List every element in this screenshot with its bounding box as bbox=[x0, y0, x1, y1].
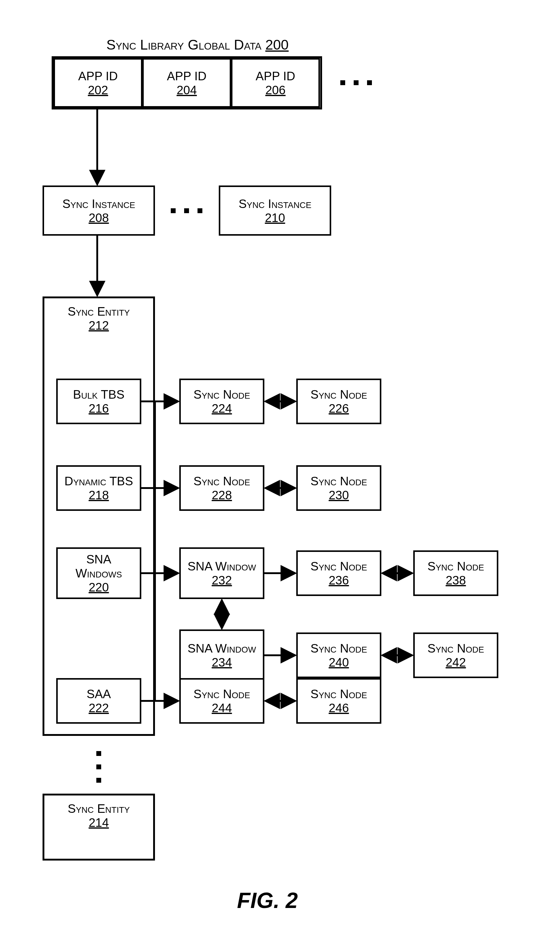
sna-windows-num: 220 bbox=[89, 580, 109, 594]
sync-node-228: Sync Node 228 bbox=[179, 465, 265, 511]
sync-node-num: 244 bbox=[212, 701, 232, 715]
sync-entity-label: Sync Entity bbox=[68, 802, 130, 816]
sync-instance-label: Sync Instance bbox=[238, 197, 311, 211]
sync-entity-num: 212 bbox=[89, 318, 109, 332]
ellipsis-icon bbox=[340, 80, 372, 85]
header-num: 200 bbox=[265, 37, 289, 52]
saa-label: SAA bbox=[86, 687, 111, 701]
sync-node-num: 228 bbox=[212, 488, 232, 502]
app-id-num: 206 bbox=[265, 83, 286, 97]
sync-node-226: Sync Node 226 bbox=[296, 378, 382, 424]
sync-node-label: Sync Node bbox=[194, 474, 250, 488]
sync-node-label: Sync Node bbox=[311, 559, 367, 573]
sync-node-label: Sync Node bbox=[311, 387, 367, 401]
sync-instance-label: Sync Instance bbox=[62, 197, 135, 211]
app-id-box-206: APP ID 206 bbox=[231, 58, 320, 108]
saa-num: 222 bbox=[89, 701, 109, 715]
sync-instance-num: 210 bbox=[265, 211, 285, 225]
sync-node-num: 238 bbox=[446, 573, 466, 587]
sync-entity-num: 214 bbox=[89, 816, 109, 830]
sync-node-label: Sync Node bbox=[311, 474, 367, 488]
sync-entity-label: Sync Entity bbox=[68, 304, 130, 318]
figure-caption: FIG. 2 bbox=[237, 888, 298, 913]
sna-window-234: SNA Window 234 bbox=[179, 630, 265, 681]
sync-node-num: 242 bbox=[446, 655, 466, 669]
sync-node-num: 224 bbox=[212, 401, 232, 415]
sna-window-label: SNA Window bbox=[188, 559, 256, 573]
sync-node-num: 226 bbox=[329, 401, 349, 415]
sync-node-244: Sync Node 244 bbox=[179, 678, 265, 724]
sna-window-num: 232 bbox=[212, 573, 232, 587]
app-id-num: 204 bbox=[177, 83, 197, 97]
sync-node-label: Sync Node bbox=[194, 387, 250, 401]
sync-node-240: Sync Node 240 bbox=[296, 633, 382, 678]
sync-node-num: 240 bbox=[329, 655, 349, 669]
dynamic-tbs-218: Dynamic TBS 218 bbox=[56, 465, 141, 511]
sna-window-label: SNA Window bbox=[188, 641, 256, 655]
app-id-label: APP ID bbox=[167, 69, 206, 83]
app-id-label: APP ID bbox=[255, 69, 295, 83]
sync-node-num: 246 bbox=[329, 701, 349, 715]
sync-node-num: 230 bbox=[329, 488, 349, 502]
sync-node-label: Sync Node bbox=[311, 641, 367, 655]
sna-window-232: SNA Window 232 bbox=[179, 547, 265, 599]
sync-instance-210: Sync Instance 210 bbox=[219, 185, 331, 236]
ellipsis-icon bbox=[171, 208, 202, 213]
app-id-box-202: APP ID 202 bbox=[54, 58, 143, 108]
header-text: Sync Library Global Data bbox=[106, 37, 261, 52]
sna-windows-label2: Windows bbox=[75, 566, 122, 580]
bulk-tbs-216: Bulk TBS 216 bbox=[56, 378, 141, 424]
sync-node-246: Sync Node 246 bbox=[296, 678, 382, 724]
dynamic-tbs-num: 218 bbox=[89, 488, 109, 502]
sync-node-num: 236 bbox=[329, 573, 349, 587]
app-id-label: APP ID bbox=[78, 69, 118, 83]
sync-node-label: Sync Node bbox=[311, 687, 367, 701]
sna-windows-220: SNA Windows 220 bbox=[56, 547, 141, 599]
sync-entity-212: Sync Entity 212 bbox=[43, 296, 155, 736]
sync-instance-num: 208 bbox=[89, 211, 109, 225]
saa-222: SAA 222 bbox=[56, 678, 141, 724]
sync-node-label: Sync Node bbox=[428, 641, 484, 655]
sync-entity-214: Sync Entity 214 bbox=[43, 794, 155, 861]
sync-node-242: Sync Node 242 bbox=[413, 633, 498, 678]
sync-instance-208: Sync Instance 208 bbox=[43, 185, 155, 236]
app-id-num: 202 bbox=[88, 83, 108, 97]
app-id-box-204: APP ID 204 bbox=[142, 58, 231, 108]
bulk-tbs-label: Bulk TBS bbox=[73, 387, 124, 401]
sync-node-label: Sync Node bbox=[194, 687, 250, 701]
sna-windows-label1: SNA bbox=[86, 552, 111, 566]
ellipsis-icon bbox=[96, 751, 101, 783]
sync-node-label: Sync Node bbox=[428, 559, 484, 573]
sync-node-238: Sync Node 238 bbox=[413, 550, 498, 596]
header-title: Sync Library Global Data 200 bbox=[91, 37, 304, 53]
sync-node-236: Sync Node 236 bbox=[296, 550, 382, 596]
sna-window-num: 234 bbox=[212, 655, 232, 669]
diagram-page: Sync Library Global Data 200 APP ID 202 … bbox=[0, 0, 560, 932]
sync-node-224: Sync Node 224 bbox=[179, 378, 265, 424]
bulk-tbs-num: 216 bbox=[89, 401, 109, 415]
dynamic-tbs-label: Dynamic TBS bbox=[65, 474, 133, 488]
sync-node-230: Sync Node 230 bbox=[296, 465, 382, 511]
